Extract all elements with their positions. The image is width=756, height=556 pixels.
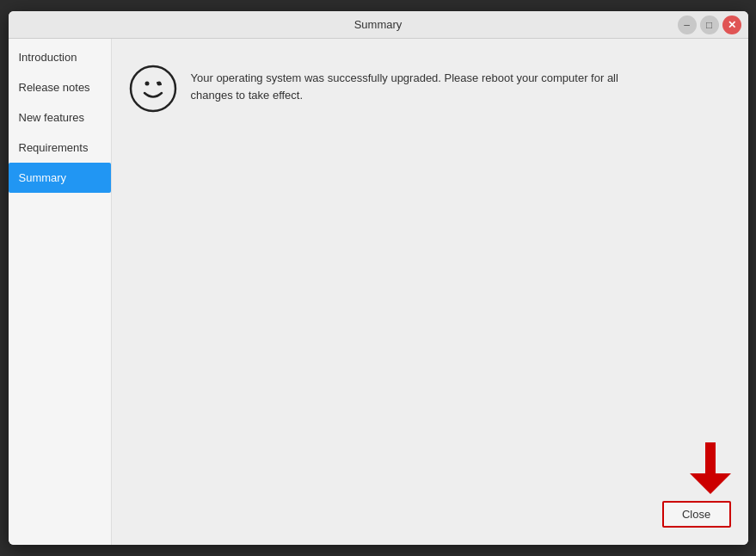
sidebar-item-new-features[interactable]: New features [9,102,111,133]
close-window-button[interactable]: ✕ [722,15,741,34]
window-title: Summary [354,18,403,31]
content-area: Introduction Release notes New features … [9,39,748,545]
svg-rect-4 [705,442,716,473]
minimize-icon: – [684,19,690,31]
success-message: Your operating system was successfully u… [191,65,621,103]
window-controls: – □ ✕ [678,15,741,34]
main-window: Summary – □ ✕ Introduction Release notes… [9,11,748,545]
sidebar-item-summary[interactable]: Summary [9,163,111,193]
titlebar: Summary – □ ✕ [9,11,748,39]
sidebar-item-introduction[interactable]: Introduction [9,42,111,72]
message-area: Your operating system was successfully u… [129,65,731,113]
maximize-button[interactable]: □ [700,15,719,34]
svg-point-0 [131,66,175,111]
main-panel: Your operating system was successfully u… [112,39,748,545]
svg-point-1 [144,82,149,86]
sidebar-item-requirements[interactable]: Requirements [9,133,111,163]
smiley-icon [129,65,177,113]
bottom-bar: Close [662,442,731,528]
maximize-icon: □ [706,19,712,31]
arrow-wrapper [690,442,731,494]
close-window-icon: ✕ [728,19,736,31]
sidebar: Introduction Release notes New features … [9,39,112,545]
arrow-down-icon [690,442,731,494]
close-button[interactable]: Close [662,501,731,528]
minimize-button[interactable]: – [678,15,697,34]
svg-marker-5 [690,473,731,494]
sidebar-item-release-notes[interactable]: Release notes [9,72,111,102]
